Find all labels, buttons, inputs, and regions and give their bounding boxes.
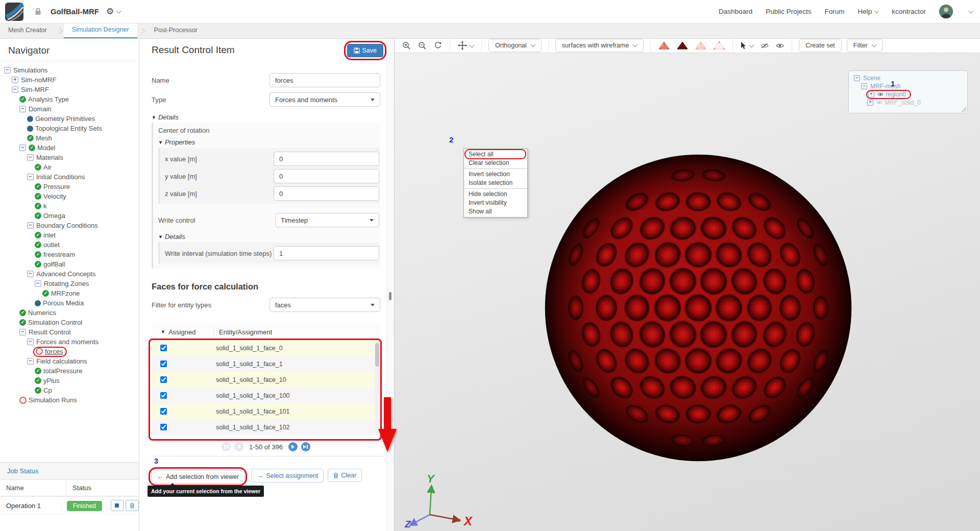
collapse-icon[interactable]: −	[27, 154, 34, 161]
pagination-first-button[interactable]	[222, 442, 231, 451]
collapse-icon[interactable]: −	[27, 222, 34, 229]
tree-item-model[interactable]: −✓Model	[0, 143, 139, 153]
scene-node-region0[interactable]: + region0	[854, 90, 967, 99]
pagination-next-button[interactable]	[288, 442, 298, 451]
gear-icon[interactable]: ⚙	[106, 6, 114, 17]
face-row[interactable]: solid_1_solid_1_face_0	[152, 340, 380, 356]
tree-item-velocity[interactable]: ✓Velocity	[0, 191, 139, 201]
zoom-in-button[interactable]	[399, 41, 414, 50]
tree-item-boundary-conditions[interactable]: −Boundary Conditions	[0, 221, 139, 230]
collapse-icon[interactable]: −	[4, 67, 11, 74]
face-row[interactable]: solid_1_solid_1_face_1	[152, 356, 380, 372]
expand-icon[interactable]: +	[867, 100, 873, 106]
tree-item-simulations[interactable]: −Simulations	[0, 65, 139, 75]
collapse-icon[interactable]: −	[19, 329, 26, 335]
stop-job-button[interactable]	[111, 500, 124, 511]
collapse-icon[interactable]: −	[854, 75, 860, 81]
mesh-quality-icon-2[interactable]	[673, 41, 692, 50]
mesh-quality-icon-1[interactable]	[655, 41, 673, 50]
entity-column-header[interactable]: Entity/Assignment	[214, 328, 272, 336]
nav-forum[interactable]: Forum	[824, 8, 844, 15]
save-button[interactable]: Save	[347, 44, 384, 57]
tree-item-outlet[interactable]: ✓outlet	[0, 240, 139, 250]
chevron-down-icon[interactable]	[116, 9, 121, 14]
collapse-icon[interactable]: −	[19, 106, 26, 112]
assigned-checkbox[interactable]	[160, 376, 167, 383]
assigned-column-header[interactable]: ▼ Assigned	[152, 324, 214, 340]
filter-button[interactable]: Filter	[847, 39, 883, 52]
expand-icon[interactable]: +	[12, 77, 18, 83]
render-mode-select[interactable]: surfaces with wireframe	[555, 39, 644, 52]
mesh-quality-icon-4[interactable]	[710, 41, 728, 50]
expand-icon[interactable]: +	[868, 91, 874, 98]
eye-icon[interactable]	[877, 92, 884, 96]
hide-selection-button[interactable]	[757, 43, 772, 49]
tree-item-totalpressure[interactable]: ✓totalPressure	[0, 366, 139, 376]
chevron-down-icon[interactable]	[969, 9, 974, 14]
tree-item-cp[interactable]: ✓Cp	[0, 385, 139, 395]
nav-username[interactable]: kcontractor	[892, 8, 926, 15]
assigned-checkbox[interactable]	[160, 345, 167, 351]
nav-help[interactable]: Help	[857, 8, 878, 15]
refresh-button[interactable]	[430, 41, 446, 50]
tree-item-numerics[interactable]: ✓Numerics	[0, 308, 139, 318]
tab-mesh-creator[interactable]: Mesh Creator	[0, 23, 55, 38]
collapse-icon[interactable]: −	[19, 144, 26, 151]
tree-item-omega[interactable]: ✓Omega	[0, 211, 139, 221]
tree-item-analysis-type[interactable]: ✓Analysis Type	[0, 94, 139, 104]
collapse-icon[interactable]: −	[27, 339, 34, 345]
tree-item-inlet[interactable]: ✓inlet	[0, 230, 139, 240]
add-selection-button[interactable]: ← Add selection from viewer	[151, 470, 244, 484]
tree-item-porous-media[interactable]: Porous Media	[0, 298, 139, 308]
scene-tree-panel[interactable]: − Scene − MRF-mesh + region0 + MRF_solid…	[848, 70, 968, 113]
tree-item-yplus[interactable]: ✓yPlus	[0, 376, 139, 385]
golf-ball-mesh[interactable]	[543, 152, 854, 465]
tree-item-mrfzone[interactable]: ✓MRFzone	[0, 288, 139, 298]
tree-item-sim-mrf[interactable]: −Sim-MRF	[0, 85, 139, 94]
clear-button[interactable]: Clear	[328, 469, 362, 482]
face-row[interactable]: solid_1_solid_1_face_102	[152, 419, 380, 435]
viewer-3d[interactable]: Orthogonal surfaces with wireframe	[395, 38, 980, 531]
context-menu-item-clear-selection[interactable]: Clear selection	[464, 159, 527, 167]
tree-item-air[interactable]: ✓Air	[0, 162, 139, 172]
context-menu-item-show-all[interactable]: Show all	[464, 207, 527, 216]
x-value-input[interactable]	[274, 152, 379, 166]
tree-item-result-control[interactable]: −Result Control	[0, 327, 139, 337]
collapse-icon[interactable]: −	[27, 174, 34, 180]
context-menu-item-invert-selection[interactable]: Invert selection	[464, 170, 527, 179]
tab-simulation-designer[interactable]: Simulation Designer	[64, 23, 137, 38]
tree-item-freestream[interactable]: ✓freestream	[0, 250, 139, 259]
nav-public-projects[interactable]: Public Projects	[766, 8, 811, 15]
tree-item-simulation-runs[interactable]: Simulation Runs	[0, 395, 139, 405]
create-set-button[interactable]: Create set	[799, 39, 842, 52]
nav-dashboard[interactable]: Dashboard	[719, 8, 752, 15]
y-value-input[interactable]	[274, 169, 379, 183]
face-row[interactable]: solid_1_solid_1_face_10	[152, 372, 380, 388]
resize-handle[interactable]	[962, 107, 966, 112]
assigned-checkbox[interactable]	[160, 408, 167, 415]
tree-item-golfball[interactable]: ✓golfBall	[0, 259, 139, 269]
assigned-checkbox[interactable]	[160, 360, 167, 367]
face-row[interactable]: solid_1_solid_1_face_100	[152, 388, 380, 403]
tree-item-advanced-concepts[interactable]: −Advanced Concepts	[0, 269, 139, 279]
tree-item-rotating-zones[interactable]: −Rotating Zones	[0, 279, 139, 288]
context-menu-item-invert-visibility[interactable]: Invert visibility	[464, 199, 527, 207]
tree-item-domain[interactable]: −Domain	[0, 104, 139, 114]
write-control-select[interactable]: Timestep	[275, 213, 379, 227]
scene-node-mrf-solid-0[interactable]: + MRF_solid_0	[854, 99, 967, 107]
eye-icon[interactable]	[876, 101, 883, 105]
write-interval-input[interactable]	[274, 246, 379, 260]
type-select[interactable]: Forces and moments	[270, 92, 380, 107]
context-menu-item-select-all[interactable]: Select all	[464, 150, 527, 159]
tree-item-forces[interactable]: forces	[0, 347, 139, 356]
show-visibility-button[interactable]	[772, 43, 788, 49]
tree-item-k[interactable]: ✓k	[0, 201, 139, 211]
context-menu-item-hide-selection[interactable]: Hide selection	[464, 190, 527, 199]
name-input[interactable]	[270, 73, 380, 87]
tree-item-pressure[interactable]: ✓Pressure	[0, 182, 139, 191]
tree-item-sim-nomrf[interactable]: +Sim-noMRF	[0, 75, 139, 85]
assigned-checkbox[interactable]	[160, 424, 167, 430]
tree-item-materials[interactable]: −Materials	[0, 153, 139, 162]
collapse-icon[interactable]: −	[861, 83, 867, 89]
tree-item-forces-and-moments[interactable]: −Forces and moments	[0, 337, 139, 347]
